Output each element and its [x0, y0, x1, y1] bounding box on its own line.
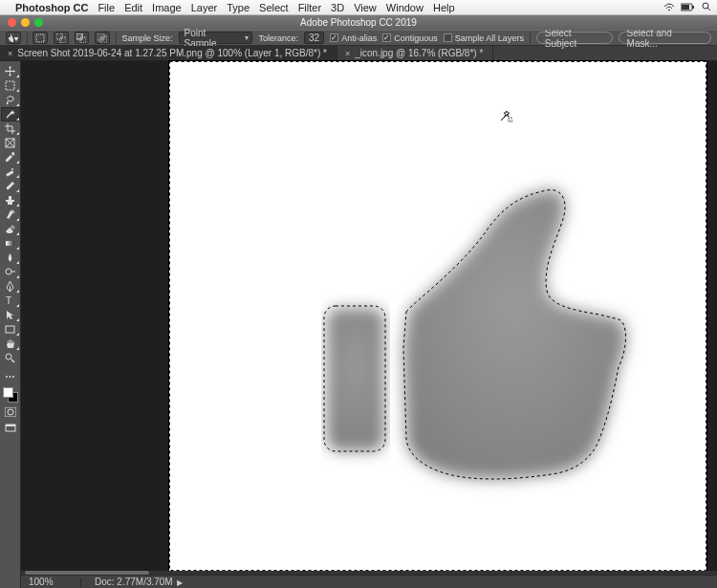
sample-all-layers-checkbox[interactable]: Sample All Layers — [444, 33, 524, 43]
eyedropper-tool[interactable] — [1, 150, 20, 164]
window-title: Adobe Photoshop CC 2019 — [0, 17, 717, 28]
color-swatches[interactable] — [3, 387, 18, 403]
svg-point-31 — [12, 376, 14, 378]
svg-rect-1 — [692, 6, 694, 9]
svg-rect-26 — [6, 326, 14, 333]
svg-point-21 — [11, 168, 13, 170]
document-tab-label: _icon.jpg @ 16.7% (RGB/8*) * — [355, 48, 483, 58]
close-tab-icon[interactable]: × — [345, 49, 350, 58]
svg-marker-6 — [14, 38, 18, 41]
menu-type[interactable]: Type — [227, 2, 250, 13]
marquee-tool[interactable] — [1, 78, 20, 93]
svg-rect-14 — [100, 36, 104, 40]
svg-point-29 — [6, 376, 8, 378]
selection-add-button[interactable] — [54, 32, 69, 44]
menu-select[interactable]: Select — [259, 2, 289, 13]
tolerance-label: Tolerance: — [258, 33, 298, 43]
svg-rect-5 — [14, 37, 18, 38]
selection-marquee — [169, 61, 706, 571]
healing-brush-tool[interactable] — [1, 164, 20, 179]
magic-wand-tool[interactable] — [1, 107, 20, 121]
status-wifi-icon[interactable] — [663, 2, 675, 13]
screen-mode-button[interactable] — [1, 422, 20, 435]
gradient-tool[interactable] — [1, 236, 20, 250]
brush-tool[interactable] — [1, 179, 20, 193]
svg-rect-15 — [6, 81, 14, 90]
svg-rect-7 — [36, 34, 44, 42]
menu-file[interactable]: File — [98, 2, 115, 13]
svg-line-4 — [707, 8, 710, 11]
menu-3d[interactable]: 3D — [331, 2, 344, 13]
selection-intersect-button[interactable] — [95, 32, 110, 44]
quick-mask-button[interactable] — [1, 405, 20, 419]
contiguous-checkbox[interactable]: Contiguous — [382, 33, 438, 43]
svg-rect-37 — [170, 62, 706, 571]
svg-rect-2 — [682, 5, 689, 10]
document-tab-bar: × Screen Shot 2019-06-24 at 1.27.25 PM.p… — [0, 46, 717, 61]
clone-stamp-tool[interactable] — [1, 193, 20, 207]
zoom-level[interactable]: 100% — [29, 577, 67, 587]
svg-rect-38 — [324, 306, 385, 451]
close-tab-icon[interactable]: × — [8, 49, 12, 58]
svg-rect-8 — [56, 33, 62, 39]
rectangle-tool[interactable] — [1, 322, 20, 337]
anti-alias-checkbox[interactable]: Anti-alias — [330, 33, 377, 43]
zoom-tool[interactable] — [1, 351, 20, 365]
svg-point-30 — [10, 376, 11, 378]
svg-rect-10 — [76, 33, 82, 39]
sample-size-label: Sample Size: — [122, 33, 173, 43]
menu-layer[interactable]: Layer — [191, 2, 218, 13]
svg-line-28 — [11, 359, 14, 362]
selection-new-button[interactable] — [33, 32, 48, 44]
svg-rect-35 — [6, 425, 15, 426]
svg-point-27 — [6, 354, 11, 359]
menu-window[interactable]: Window — [386, 2, 424, 13]
menu-edit[interactable]: Edit — [124, 2, 142, 13]
svg-text:T: T — [6, 295, 11, 306]
macos-menu-bar: Photoshop CC File Edit Image Layer Type … — [0, 0, 717, 15]
status-search-icon[interactable] — [702, 2, 711, 13]
type-tool[interactable]: T — [1, 294, 20, 308]
menu-filter[interactable]: Filter — [298, 2, 321, 13]
lasso-tool[interactable] — [1, 93, 20, 107]
document-tab[interactable]: × _icon.jpg @ 16.7% (RGB/8*) * — [337, 46, 493, 60]
hand-tool[interactable] — [1, 337, 20, 351]
document-tab-label: Screen Shot 2019-06-24 at 1.27.25 PM.png… — [17, 48, 327, 58]
history-brush-tool[interactable] — [1, 207, 20, 222]
frame-tool[interactable] — [1, 136, 20, 150]
tools-panel: T — [0, 61, 21, 588]
svg-rect-9 — [60, 37, 66, 43]
app-name[interactable]: Photoshop CC — [15, 2, 88, 13]
pen-tool[interactable] — [1, 279, 20, 294]
crop-tool[interactable] — [1, 121, 20, 136]
select-and-mask-button[interactable]: Select and Mask... — [619, 32, 711, 44]
eraser-tool[interactable] — [1, 222, 20, 236]
doc-size[interactable]: Doc: 2.77M/3.70M▶ — [95, 577, 183, 587]
tool-options-bar: Sample Size: Point Sample Tolerance: 32 … — [0, 30, 717, 46]
svg-rect-22 — [6, 241, 14, 246]
document-canvas[interactable] — [169, 61, 706, 571]
window-title-bar: Adobe Photoshop CC 2019 — [0, 15, 717, 30]
selection-subtract-button[interactable] — [75, 32, 90, 44]
blur-tool[interactable] — [1, 250, 20, 265]
menu-image[interactable]: Image — [152, 2, 182, 13]
canvas-area[interactable] — [21, 61, 717, 588]
status-bar: 100% Doc: 2.77M/3.70M▶ — [21, 575, 717, 588]
tool-preset-picker[interactable] — [6, 32, 21, 44]
edit-toolbar-button[interactable] — [1, 369, 20, 383]
status-battery-icon[interactable] — [681, 2, 696, 13]
document-tab[interactable]: × Screen Shot 2019-06-24 at 1.27.25 PM.p… — [0, 46, 337, 60]
tolerance-input[interactable]: 32 — [304, 32, 324, 44]
move-tool[interactable] — [1, 64, 20, 78]
svg-point-23 — [6, 269, 11, 274]
dodge-tool[interactable] — [1, 265, 20, 279]
foreground-color-swatch[interactable] — [3, 387, 13, 398]
menu-help[interactable]: Help — [433, 2, 455, 13]
path-selection-tool[interactable] — [1, 308, 20, 322]
svg-rect-20 — [6, 170, 13, 177]
svg-point-33 — [8, 409, 13, 415]
menu-view[interactable]: View — [354, 2, 377, 13]
select-subject-button[interactable]: Select Subject — [536, 32, 613, 44]
sample-size-select[interactable]: Point Sample — [179, 32, 253, 44]
